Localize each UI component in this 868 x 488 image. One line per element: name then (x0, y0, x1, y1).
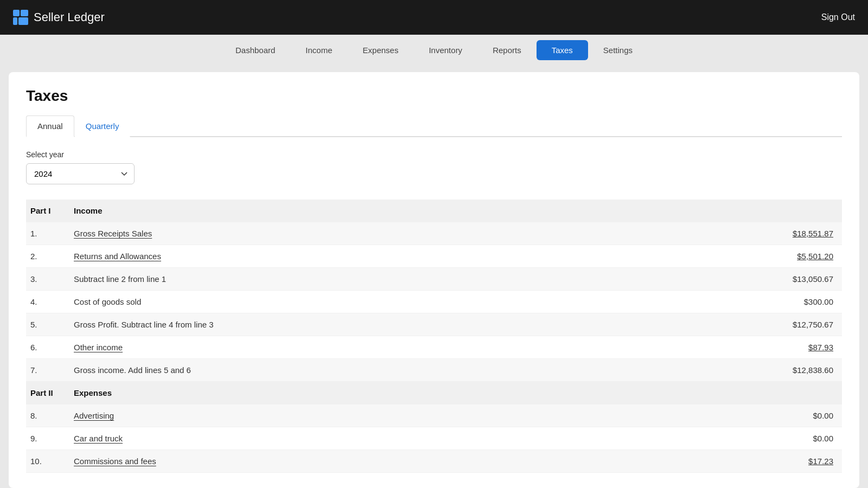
navigation: Dashboard Income Expenses Inventory Repo… (0, 35, 868, 66)
table-row: 7. Gross income. Add lines 5 and 6 $12,8… (26, 359, 842, 382)
row-label: Other income (69, 336, 636, 359)
row-num: 4. (26, 291, 69, 313)
row-label: Gross Profit. Subtract line 4 from line … (69, 313, 636, 336)
row-value: $0.00 (636, 427, 842, 450)
nav-dashboard[interactable]: Dashboard (220, 40, 290, 60)
table-row: 6. Other income $87.93 (26, 336, 842, 359)
nav-reports[interactable]: Reports (477, 40, 537, 60)
row-value: $300.00 (636, 291, 842, 313)
part-ii-label: Part II (26, 382, 69, 404)
select-year-label: Select year (26, 150, 842, 159)
row-label: Car and truck (69, 427, 636, 450)
svg-rect-1 (21, 10, 28, 16)
logo: Seller Ledger (13, 10, 105, 25)
header: Seller Ledger Sign Out (0, 0, 868, 35)
nav-settings[interactable]: Settings (588, 40, 648, 60)
main-content: Taxes Annual Quarterly Select year 2024 … (9, 72, 859, 488)
section-header-expenses: Part II Expenses (26, 382, 842, 404)
table-row: 10. Commissions and fees $17.23 (26, 450, 842, 473)
row-label: Cost of goods sold (69, 291, 636, 313)
row-value: $12,838.60 (636, 359, 842, 382)
row-label: Advertising (69, 404, 636, 427)
row-label: Gross Receipts Sales (69, 222, 636, 245)
row-label: Subtract line 2 from line 1 (69, 268, 636, 291)
table-row: 3. Subtract line 2 from line 1 $13,050.6… (26, 268, 842, 291)
tab-annual[interactable]: Annual (26, 115, 74, 137)
row-label: Returns and Allowances (69, 245, 636, 268)
tabs-container: Annual Quarterly (26, 115, 842, 137)
row-num: 3. (26, 268, 69, 291)
row-label: Gross income. Add lines 5 and 6 (69, 359, 636, 382)
table-row: 5. Gross Profit. Subtract line 4 from li… (26, 313, 842, 336)
row-num: 2. (26, 245, 69, 268)
app-title: Seller Ledger (34, 10, 105, 24)
row-num: 10. (26, 450, 69, 473)
row-value: $13,050.67 (636, 268, 842, 291)
svg-rect-2 (13, 17, 17, 25)
nav-expenses[interactable]: Expenses (348, 40, 414, 60)
row-value: $0.00 (636, 404, 842, 427)
row-num: 6. (26, 336, 69, 359)
nav-taxes[interactable]: Taxes (537, 40, 588, 60)
part-i-label: Part I (26, 200, 69, 222)
table-row: 8. Advertising $0.00 (26, 404, 842, 427)
sign-out-button[interactable]: Sign Out (821, 12, 855, 22)
table-row: 4. Cost of goods sold $300.00 (26, 291, 842, 313)
row-value[interactable]: $5,501.20 (636, 245, 842, 268)
svg-rect-0 (13, 10, 20, 16)
row-num: 8. (26, 404, 69, 427)
table-row: 2. Returns and Allowances $5,501.20 (26, 245, 842, 268)
tax-table: Part I Income 1. Gross Receipts Sales $1… (26, 200, 842, 473)
nav-income[interactable]: Income (290, 40, 347, 60)
expenses-section-label: Expenses (69, 382, 636, 404)
income-section-label: Income (69, 200, 636, 222)
table-row: 9. Car and truck $0.00 (26, 427, 842, 450)
page-title: Taxes (26, 87, 842, 105)
nav-inventory[interactable]: Inventory (413, 40, 477, 60)
row-num: 7. (26, 359, 69, 382)
row-value[interactable]: $17.23 (636, 450, 842, 473)
row-num: 5. (26, 313, 69, 336)
year-select[interactable]: 2024 2023 2022 2021 (26, 163, 135, 184)
logo-icon (13, 10, 28, 25)
row-num: 9. (26, 427, 69, 450)
row-value[interactable]: $87.93 (636, 336, 842, 359)
row-num: 1. (26, 222, 69, 245)
row-value[interactable]: $18,551.87 (636, 222, 842, 245)
row-label: Commissions and fees (69, 450, 636, 473)
svg-rect-3 (18, 17, 28, 25)
tab-quarterly[interactable]: Quarterly (74, 115, 131, 137)
section-header-income: Part I Income (26, 200, 842, 222)
table-row: 1. Gross Receipts Sales $18,551.87 (26, 222, 842, 245)
row-value: $12,750.67 (636, 313, 842, 336)
